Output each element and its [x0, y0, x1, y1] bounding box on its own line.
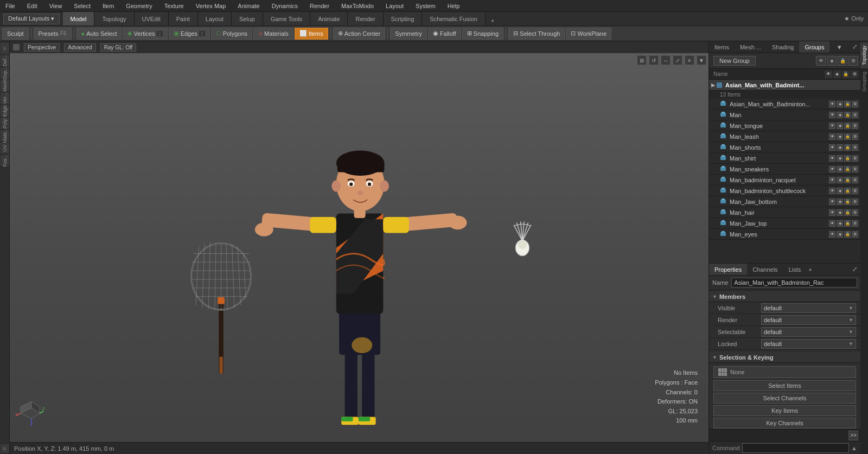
prop-tab-lists[interactable]: Lists — [783, 264, 807, 275]
side-icon-mesh[interactable]: Mesh — [1, 80, 9, 91]
prop-name-input[interactable] — [731, 278, 857, 287]
list-item[interactable]: Man_leash 👁 ◈ 🔒 ⚙ — [709, 131, 860, 142]
vp-ctrl-4[interactable]: ⤢ — [673, 55, 682, 65]
command-input[interactable] — [742, 443, 849, 453]
tab-scripting[interactable]: Scripting — [384, 12, 423, 25]
list-item[interactable]: Man_hair 👁 ◈ 🔒 ⚙ — [709, 207, 860, 218]
select-channels-button[interactable]: Select Channels — [713, 393, 856, 404]
items-tab[interactable]: Items — [709, 41, 735, 53]
prop-locked-dropdown[interactable]: default ▼ — [761, 339, 856, 349]
item-render-toggle[interactable]: ◈ — [837, 188, 843, 194]
item-sel-toggle[interactable]: ⚙ — [852, 133, 858, 140]
tab-animate[interactable]: Animate — [310, 12, 348, 25]
tab-setup[interactable]: Setup — [232, 12, 263, 25]
prop-selectable-dropdown[interactable]: default ▼ — [761, 327, 856, 337]
prop-visible-dropdown[interactable]: default ▼ — [761, 303, 856, 313]
item-lock-toggle[interactable]: 🔒 — [844, 209, 851, 216]
item-render-toggle[interactable]: ◈ — [837, 166, 843, 172]
item-render-toggle[interactable]: ◈ — [837, 155, 843, 162]
item-sel-toggle[interactable]: ⚙ — [852, 209, 858, 216]
menu-render[interactable]: Render — [308, 2, 331, 10]
ray-gl-btn[interactable]: Ray GL: Off — [100, 43, 137, 52]
items-visibility-icon[interactable]: 👁 — [816, 56, 826, 66]
item-render-toggle[interactable]: ◈ — [837, 177, 843, 183]
item-render-toggle[interactable]: ◈ — [837, 101, 843, 107]
item-lock-toggle[interactable]: 🔒 — [844, 188, 851, 194]
side-icon-mate[interactable]: Mate... — [1, 130, 9, 141]
tab-game-tools[interactable]: Game Tools — [263, 12, 311, 25]
action-center-button[interactable]: ⊕ Action Center — [333, 28, 386, 40]
item-lock-toggle[interactable]: 🔒 — [844, 199, 851, 205]
item-lock-toggle[interactable]: 🔒 — [844, 231, 851, 238]
members-section-header[interactable]: ▼ Members — [709, 291, 860, 302]
menu-dynamics[interactable]: Dynamics — [270, 2, 300, 10]
side-icon-fus[interactable]: Fus... — [1, 155, 9, 166]
list-item[interactable]: Man_shorts 👁 ◈ 🔒 ⚙ — [709, 142, 860, 153]
item-vis-toggle[interactable]: 👁 — [829, 177, 835, 183]
item-sel-toggle[interactable]: ⚙ — [852, 220, 858, 227]
sculpt-button[interactable]: Sculpt — [2, 28, 29, 40]
item-render-toggle[interactable]: ◈ — [837, 144, 843, 151]
strip-tab-topology[interactable]: Topology — [860, 42, 868, 68]
item-vis-toggle[interactable]: 👁 — [829, 155, 835, 162]
item-lock-toggle[interactable]: 🔒 — [844, 123, 851, 129]
key-items-button[interactable]: Key Items — [713, 405, 856, 416]
menu-view[interactable]: View — [47, 2, 65, 10]
vp-ctrl-3[interactable]: ↔ — [661, 55, 671, 65]
auto-select-button[interactable]: ● Auto Select — [76, 28, 122, 40]
side-icon-sculpt[interactable]: S — [1, 43, 9, 54]
nav-cube[interactable]: Y X Z — [15, 397, 45, 427]
item-sel-toggle[interactable]: ⚙ — [852, 112, 858, 118]
layout-tab-plus[interactable]: + — [486, 16, 500, 25]
menu-edit[interactable]: Edit — [25, 2, 40, 10]
menu-maxtomodo[interactable]: MaxToModo — [339, 2, 376, 10]
item-render-toggle[interactable]: ◈ — [837, 199, 843, 205]
side-icon-edge[interactable]: Edge: — [1, 105, 9, 116]
vp-ctrl-2[interactable]: ↺ — [649, 55, 659, 65]
item-lock-toggle[interactable]: 🔒 — [844, 220, 851, 227]
side-icon-bottom[interactable]: ⊙ — [1, 444, 9, 453]
items-button[interactable]: ⬜ Items — [295, 28, 328, 40]
groups-tab[interactable]: Groups — [799, 41, 829, 53]
tab-model[interactable]: Model — [63, 12, 95, 25]
prop-scroll-right[interactable]: >> — [848, 431, 858, 440]
prop-tab-properties[interactable]: Properties — [709, 264, 747, 275]
side-icon-def[interactable]: Def... — [1, 55, 9, 66]
item-sel-toggle[interactable]: ⚙ — [852, 123, 858, 129]
menu-help[interactable]: Help — [445, 2, 462, 10]
item-lock-toggle[interactable]: 🔒 — [844, 133, 851, 140]
item-vis-toggle[interactable]: 👁 — [829, 231, 835, 238]
snapping-button[interactable]: ⊞ Snapping — [462, 28, 504, 40]
list-item[interactable]: Man_Jaw_top 👁 ◈ 🔒 ⚙ — [709, 218, 860, 229]
prop-tab-channels[interactable]: Channels — [747, 264, 783, 275]
item-sel-toggle[interactable]: ⚙ — [852, 199, 858, 205]
symmetry-button[interactable]: Symmetry — [390, 28, 427, 40]
item-vis-toggle[interactable]: 👁 — [829, 133, 835, 140]
tab-paint[interactable]: Paint — [169, 12, 198, 25]
item-sel-toggle[interactable]: ⚙ — [852, 231, 858, 238]
prop-render-dropdown[interactable]: default ▼ — [761, 315, 856, 325]
viewport-menu-btn[interactable] — [13, 44, 20, 50]
item-vis-toggle[interactable]: 👁 — [829, 209, 835, 216]
presets-button[interactable]: Presets F6 — [34, 28, 72, 40]
item-lock-toggle[interactable]: 🔒 — [844, 112, 851, 118]
item-render-toggle[interactable]: ◈ — [837, 220, 843, 227]
side-icon-dup[interactable]: Dup... — [1, 68, 9, 79]
item-sel-toggle[interactable]: ⚙ — [852, 144, 858, 151]
items-lock-icon[interactable]: 🔒 — [838, 56, 847, 66]
list-item[interactable]: Man_shirt 👁 ◈ 🔒 ⚙ — [709, 153, 860, 164]
item-vis-toggle[interactable]: 👁 — [829, 112, 835, 118]
tab-uvedit[interactable]: UVEdit — [135, 12, 169, 25]
falloff-button[interactable]: ◉ Falloff — [428, 28, 461, 40]
key-channels-button[interactable]: Key Channels — [713, 418, 856, 429]
list-item[interactable]: Man 👁 ◈ 🔒 ⚙ — [709, 110, 860, 120]
menu-item[interactable]: Item — [100, 2, 116, 10]
layout-dropdown[interactable]: Default Layouts ▾ — [3, 14, 60, 24]
tab-schematic[interactable]: Schematic Fusion — [422, 12, 485, 25]
tab-topology[interactable]: Topology — [94, 12, 134, 25]
side-icon-ver[interactable]: Ver... — [1, 93, 9, 104]
workplane-button[interactable]: ⊡ WorkPlane — [566, 28, 611, 40]
vertices-button[interactable]: ◆ Vertices 2 — [123, 28, 167, 40]
item-vis-toggle[interactable]: 👁 — [829, 166, 835, 172]
strip-tab-grouping[interactable]: Grouping — [860, 68, 868, 95]
